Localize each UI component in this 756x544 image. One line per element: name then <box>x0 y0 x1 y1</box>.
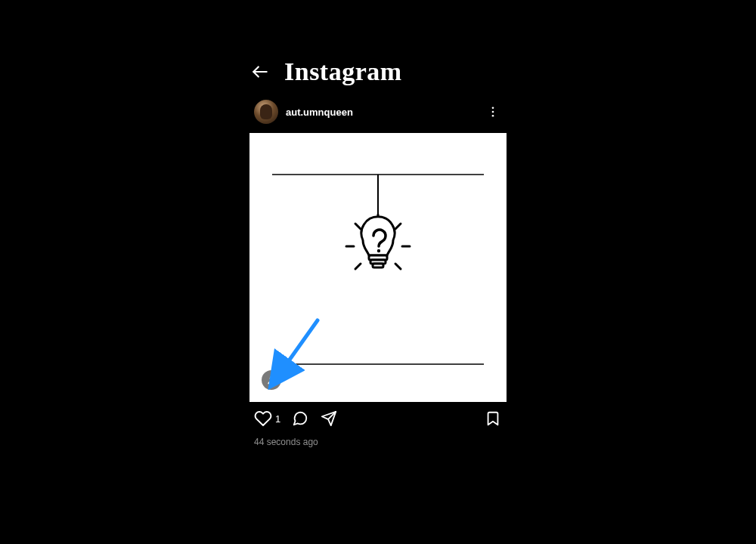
share-button[interactable] <box>320 410 338 428</box>
save-button[interactable] <box>484 410 502 428</box>
post-media[interactable] <box>249 133 507 402</box>
svg-point-2 <box>492 111 494 113</box>
tagged-people-button[interactable] <box>262 370 281 390</box>
arrow-left-icon <box>250 62 270 82</box>
post-actions-left: 1 <box>254 410 338 428</box>
post-actions: 1 <box>249 402 507 431</box>
bookmark-icon <box>485 410 501 427</box>
post-header: aut.umnqueen <box>249 91 507 133</box>
svg-point-1 <box>492 107 494 109</box>
post-image <box>249 133 507 402</box>
svg-point-17 <box>377 249 380 252</box>
paper-plane-icon <box>321 410 337 427</box>
author-username[interactable]: aut.umnqueen <box>286 107 353 118</box>
author-avatar[interactable] <box>254 100 278 124</box>
person-icon <box>266 375 277 385</box>
like-count: 1 <box>275 413 280 425</box>
post-more-button[interactable] <box>484 103 502 121</box>
app-logo: Instagram <box>284 57 402 86</box>
heart-icon <box>254 410 272 428</box>
page-root: Instagram aut.umnqueen <box>0 0 756 544</box>
svg-point-18 <box>270 376 274 380</box>
like-button[interactable] <box>254 410 272 428</box>
svg-rect-16 <box>373 264 383 267</box>
kebab-menu-icon <box>486 105 500 119</box>
post-timestamp: 44 seconds ago <box>249 431 507 447</box>
post-container: Instagram aut.umnqueen <box>249 53 507 447</box>
top-bar: Instagram <box>249 53 507 91</box>
back-button[interactable] <box>249 61 271 82</box>
svg-line-10 <box>395 264 401 269</box>
like-group: 1 <box>254 410 280 428</box>
svg-line-13 <box>355 264 361 269</box>
post-header-left: aut.umnqueen <box>254 100 353 124</box>
svg-line-8 <box>395 224 401 229</box>
comment-button[interactable] <box>291 410 309 428</box>
svg-line-11 <box>355 224 361 229</box>
speech-bubble-icon <box>292 410 308 427</box>
svg-point-3 <box>492 115 494 117</box>
